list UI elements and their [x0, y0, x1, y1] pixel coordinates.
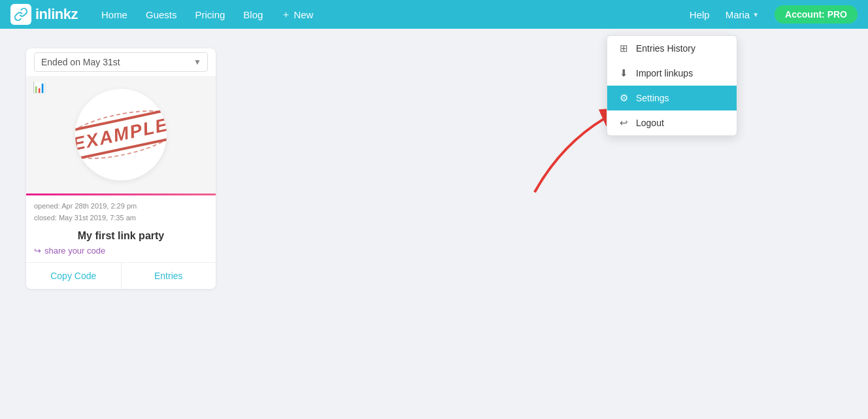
logo[interactable]: inlinkz	[10, 4, 78, 25]
plus-icon: ＋	[281, 8, 291, 21]
card-closed: closed: May 31st 2019, 7:35 am	[34, 212, 208, 224]
nav-pricing[interactable]: Pricing	[188, 5, 233, 24]
card-header: Ended on May 31st ▼	[26, 48, 216, 76]
card-image-area: 📊 EXAMPLE	[26, 76, 216, 193]
logo-icon	[10, 4, 31, 25]
chevron-down-icon: ▼	[752, 11, 759, 18]
logout-label: Logout	[636, 118, 664, 128]
nav-home[interactable]: Home	[93, 5, 135, 24]
card-opened: opened: Apr 28th 2019, 2:29 pm	[34, 201, 208, 212]
nav-guests[interactable]: Guests	[138, 5, 185, 24]
logo-text: inlinkz	[35, 6, 78, 23]
navbar: inlinkz Home Guests Pricing Blog ＋ New H…	[0, 0, 868, 29]
card-actions: Copy Code Entries	[26, 262, 216, 289]
entries-history-label: Entries History	[636, 43, 695, 54]
example-stamp: EXAMPLE	[82, 109, 160, 161]
link-party-card: Ended on May 31st ▼ 📊 EXAMPLE opened: Ap…	[26, 48, 216, 289]
nav-new[interactable]: ＋ New	[273, 5, 321, 25]
entries-button[interactable]: Entries	[122, 263, 216, 289]
share-icon: ↪	[34, 246, 41, 256]
card-meta: opened: Apr 28th 2019, 2:29 pm closed: M…	[26, 195, 216, 226]
nav-blog[interactable]: Blog	[235, 5, 271, 24]
nav-user-menu[interactable]: Maria ▼	[720, 7, 764, 23]
grid-icon: ⊞	[618, 42, 629, 54]
download-icon: ⬇	[618, 67, 629, 79]
nav-help[interactable]: Help	[690, 9, 710, 20]
dropdown-settings[interactable]: ⚙ Settings	[607, 86, 737, 110]
user-dropdown: ⊞ Entries History ⬇ Import linkups ⚙ Set…	[607, 35, 737, 136]
stats-icon: 📊	[33, 81, 46, 93]
card-share: ↪ share your code	[26, 244, 216, 262]
main-content: Ended on May 31st ▼ 📊 EXAMPLE opened: Ap…	[0, 29, 868, 309]
gear-icon: ⚙	[618, 92, 629, 104]
dropdown-entries-history[interactable]: ⊞ Entries History	[607, 36, 737, 61]
logout-icon: ↩	[618, 117, 629, 129]
user-name: Maria	[726, 9, 750, 20]
settings-label: Settings	[636, 93, 669, 103]
nav-links: Home Guests Pricing Blog ＋ New	[93, 5, 690, 25]
share-code-link[interactable]: ↪ share your code	[34, 246, 208, 256]
date-select-wrapper: Ended on May 31st ▼	[34, 52, 208, 72]
card-title: My first link party	[26, 226, 216, 244]
new-label: New	[293, 9, 313, 20]
navbar-right: Help Maria ▼ Account: PRO	[690, 5, 858, 24]
date-select[interactable]: Ended on May 31st	[34, 52, 208, 72]
copy-code-button[interactable]: Copy Code	[26, 263, 122, 289]
import-linkups-label: Import linkups	[636, 68, 693, 78]
dropdown-import-linkups[interactable]: ⬇ Import linkups	[607, 61, 737, 86]
share-label: share your code	[44, 246, 105, 256]
stamp-text: EXAMPLE	[75, 107, 167, 162]
card-circle: EXAMPLE	[75, 89, 167, 180]
account-pro-button[interactable]: Account: PRO	[775, 5, 858, 24]
dropdown-logout[interactable]: ↩ Logout	[607, 110, 737, 135]
